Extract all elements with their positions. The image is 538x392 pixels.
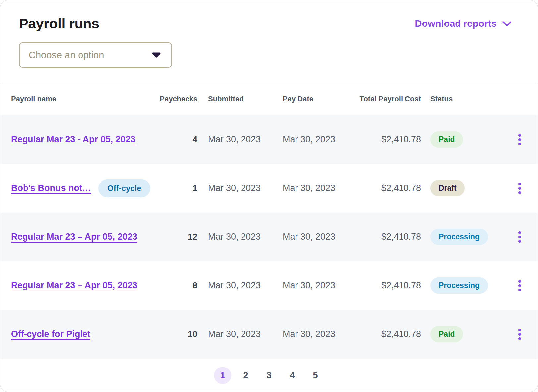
payroll-runs-card: Payroll runs Download reports Choose an … [0, 0, 538, 392]
table-row: Bob’s Bonus not… Off-cycle 1 Mar 30, 202… [0, 164, 538, 213]
status-badge: Paid [430, 326, 463, 342]
filter-select-placeholder: Choose an option [29, 50, 104, 61]
table-row: Regular Mar 23 – Apr 05, 2023 8 Mar 30, … [0, 261, 538, 310]
status-badge: Processing [430, 229, 488, 245]
submitted-date: Mar 30, 2023 [197, 280, 272, 291]
caret-down-icon [151, 52, 161, 58]
total-payroll-cost: $2,410.78 [347, 183, 421, 193]
column-header-paychecks: Paychecks [158, 94, 197, 104]
card-header: Payroll runs Download reports Choose an … [0, 0, 538, 83]
pagination: 1 2 3 4 5 [0, 359, 538, 392]
paychecks-count: 10 [158, 329, 197, 339]
kebab-menu-icon[interactable] [516, 278, 523, 293]
payroll-name-link[interactable]: Regular Mar 23 - Apr 05, 2023 [11, 134, 135, 145]
status-badge: Draft [430, 180, 465, 196]
pagination-page-2[interactable]: 2 [237, 367, 254, 384]
table-row: Off-cycle for Piglet 10 Mar 30, 2023 Mar… [0, 310, 538, 359]
pay-date: Mar 30, 2023 [272, 183, 347, 193]
total-payroll-cost: $2,410.78 [347, 329, 421, 339]
column-header-status: Status [421, 94, 499, 104]
paychecks-count: 4 [158, 134, 197, 145]
pay-date: Mar 30, 2023 [272, 134, 347, 145]
table-row: Regular Mar 23 – Apr 05, 2023 12 Mar 30,… [0, 213, 538, 261]
pagination-page-5[interactable]: 5 [307, 367, 324, 384]
pagination-page-4[interactable]: 4 [284, 367, 301, 384]
table-row: Regular Mar 23 - Apr 05, 2023 4 Mar 30, … [0, 115, 538, 164]
filter-select[interactable]: Choose an option [19, 42, 172, 68]
kebab-menu-icon[interactable] [516, 132, 523, 147]
kebab-menu-icon[interactable] [516, 229, 523, 245]
column-header-pay-date: Pay Date [272, 94, 347, 104]
page-title: Payroll runs [19, 16, 99, 32]
submitted-date: Mar 30, 2023 [197, 329, 272, 339]
pagination-page-1[interactable]: 1 [214, 367, 231, 384]
kebab-menu-icon[interactable] [516, 327, 523, 342]
paychecks-count: 12 [158, 232, 197, 242]
chevron-down-icon [502, 21, 512, 27]
submitted-date: Mar 30, 2023 [197, 232, 272, 242]
column-header-total-payroll-cost: Total Payroll Cost [347, 94, 421, 104]
off-cycle-tag: Off-cycle [98, 179, 150, 197]
column-header-payroll-name: Payroll name [11, 94, 158, 104]
kebab-menu-icon[interactable] [516, 181, 523, 196]
paychecks-count: 8 [158, 280, 197, 291]
total-payroll-cost: $2,410.78 [347, 232, 421, 242]
payroll-name-link[interactable]: Regular Mar 23 – Apr 05, 2023 [11, 280, 137, 291]
total-payroll-cost: $2,410.78 [347, 280, 421, 291]
pay-date: Mar 30, 2023 [272, 329, 347, 339]
download-reports-button[interactable]: Download reports [415, 18, 512, 29]
download-reports-label: Download reports [415, 18, 497, 29]
status-badge: Processing [430, 277, 488, 294]
payroll-name-link[interactable]: Off-cycle for Piglet [11, 329, 90, 339]
total-payroll-cost: $2,410.78 [347, 134, 421, 145]
pay-date: Mar 30, 2023 [272, 280, 347, 291]
paychecks-count: 1 [158, 183, 197, 193]
submitted-date: Mar 30, 2023 [197, 183, 272, 193]
table-header-row: Payroll name Paychecks Submitted Pay Dat… [0, 83, 538, 115]
pagination-page-3[interactable]: 3 [260, 367, 278, 384]
pay-date: Mar 30, 2023 [272, 232, 347, 242]
status-badge: Paid [430, 131, 463, 148]
submitted-date: Mar 30, 2023 [197, 134, 272, 145]
column-header-submitted: Submitted [197, 94, 272, 104]
payroll-name-link[interactable]: Regular Mar 23 – Apr 05, 2023 [11, 232, 137, 242]
payroll-name-link[interactable]: Bob’s Bonus not… [11, 183, 91, 193]
